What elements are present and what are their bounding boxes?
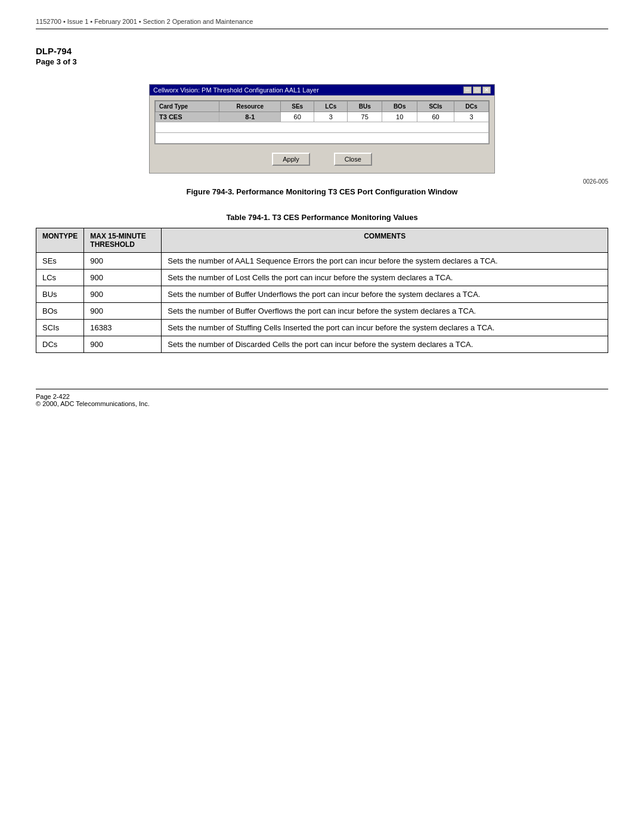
main-cell-max-4: 16383 xyxy=(84,320,162,336)
figure-caption: Figure 794-3. Performance Monitoring T3 … xyxy=(36,187,608,196)
top-header: 1152700 • Issue 1 • February 2001 • Sect… xyxy=(36,18,608,29)
window-controls: ─ □ ✕ xyxy=(463,86,491,94)
cell-bos-0[interactable]: 10 xyxy=(382,112,417,122)
maximize-button[interactable]: □ xyxy=(473,86,481,94)
main-cell-max-0: 900 xyxy=(84,253,162,270)
col-header-cardtype: Card Type xyxy=(156,101,219,112)
empty-cell-2 xyxy=(156,133,489,144)
main-table-row-4: SCIs16383Sets the number of Stuffing Cel… xyxy=(36,320,608,336)
col-header-bus: BUs xyxy=(348,101,382,112)
main-cell-comments-5: Sets the number of Discarded Cells the p… xyxy=(162,336,608,353)
main-cell-comments-1: Sets the number of Lost Cells the port c… xyxy=(162,270,608,286)
main-col-header-comments: COMMENTS xyxy=(162,228,608,253)
col-header-bos: BOs xyxy=(382,101,417,112)
inner-table-area: Card Type Resource SEs LCs BUs BOs SCIs … xyxy=(154,100,490,144)
main-cell-montype-1: LCs xyxy=(36,270,84,286)
cell-resource-0: 8-1 xyxy=(219,112,281,122)
main-cell-comments-4: Sets the number of Stuffing Cells Insert… xyxy=(162,320,608,336)
main-cell-montype-5: DCs xyxy=(36,336,84,353)
main-cell-comments-3: Sets the number of Buffer Overflows the … xyxy=(162,303,608,320)
col-header-lcs: LCs xyxy=(314,101,348,112)
main-table-header-row: MONTYPE MAX 15-MINUTETHRESHOLD COMMENTS xyxy=(36,228,608,253)
main-col-header-montype: MONTYPE xyxy=(36,228,84,253)
cell-lcs-0[interactable]: 3 xyxy=(314,112,348,122)
main-col-header-max: MAX 15-MINUTETHRESHOLD xyxy=(84,228,162,253)
main-cell-max-5: 900 xyxy=(84,336,162,353)
main-cell-max-1: 900 xyxy=(84,270,162,286)
cell-ses-0[interactable]: 60 xyxy=(281,112,314,122)
window-body: Card Type Resource SEs LCs BUs BOs SCIs … xyxy=(150,95,494,173)
config-table: Card Type Resource SEs LCs BUs BOs SCIs … xyxy=(155,101,489,144)
main-cell-max-2: 900 xyxy=(84,286,162,303)
col-header-resource: Resource xyxy=(219,101,281,112)
main-table-row-2: BUs900Sets the number of Buffer Underflo… xyxy=(36,286,608,303)
main-cell-montype-2: BUs xyxy=(36,286,84,303)
page-wrapper: 1152700 • Issue 1 • February 2001 • Sect… xyxy=(0,0,644,833)
cell-bus-0[interactable]: 75 xyxy=(348,112,382,122)
col-header-ses: SEs xyxy=(281,101,314,112)
footer: Page 2-422 © 2000, ADC Telecommunication… xyxy=(36,389,608,407)
config-window: Cellworx Vision: PM Threshold Configurat… xyxy=(149,84,495,174)
config-table-empty-row-2 xyxy=(156,133,489,144)
apply-button[interactable]: Apply xyxy=(272,153,310,166)
header-text: 1152700 • Issue 1 • February 2001 • Sect… xyxy=(36,18,253,25)
config-table-header-row: Card Type Resource SEs LCs BUs BOs SCIs … xyxy=(156,101,489,112)
cell-scis-0[interactable]: 60 xyxy=(417,112,454,122)
main-cell-montype-4: SCIs xyxy=(36,320,84,336)
cell-cardtype-0: T3 CES xyxy=(156,112,219,122)
col-header-scis: SCIs xyxy=(417,101,454,112)
main-table-row-3: BOs900Sets the number of Buffer Overflow… xyxy=(36,303,608,320)
config-table-row-0: T3 CES 8-1 60 3 75 10 60 3 xyxy=(156,112,489,122)
button-row: Apply Close xyxy=(154,149,490,168)
main-cell-montype-3: BOs xyxy=(36,303,84,320)
close-button[interactable]: ✕ xyxy=(482,86,491,94)
doc-subtitle: Page 3 of 3 xyxy=(36,57,608,66)
table-caption: Table 794-1. T3 CES Performance Monitori… xyxy=(36,213,608,222)
main-cell-comments-2: Sets the number of Buffer Underflows the… xyxy=(162,286,608,303)
col-header-dcs: DCs xyxy=(454,101,489,112)
config-table-empty-row-1 xyxy=(156,122,489,133)
main-table-row-1: LCs900Sets the number of Lost Cells the … xyxy=(36,270,608,286)
main-table-row-0: SEs900Sets the number of AAL1 Sequence E… xyxy=(36,253,608,270)
figure-ref: 0026-005 xyxy=(36,178,608,185)
window-title: Cellworx Vision: PM Threshold Configurat… xyxy=(153,86,319,94)
cell-dcs-0[interactable]: 3 xyxy=(454,112,489,122)
empty-cell-1 xyxy=(156,122,489,133)
main-cell-comments-0: Sets the number of AAL1 Sequence Errors … xyxy=(162,253,608,270)
footer-copyright: © 2000, ADC Telecommunications, Inc. xyxy=(36,400,608,407)
footer-page: Page 2-422 xyxy=(36,393,608,400)
main-cell-max-3: 900 xyxy=(84,303,162,320)
main-table-row-5: DCs900Sets the number of Discarded Cells… xyxy=(36,336,608,353)
close-window-button[interactable]: Close xyxy=(334,153,372,166)
main-table: MONTYPE MAX 15-MINUTETHRESHOLD COMMENTS … xyxy=(36,228,608,353)
doc-title: DLP-794 xyxy=(36,46,608,56)
window-titlebar: Cellworx Vision: PM Threshold Configurat… xyxy=(150,85,494,95)
main-cell-montype-0: SEs xyxy=(36,253,84,270)
minimize-button[interactable]: ─ xyxy=(463,86,472,94)
